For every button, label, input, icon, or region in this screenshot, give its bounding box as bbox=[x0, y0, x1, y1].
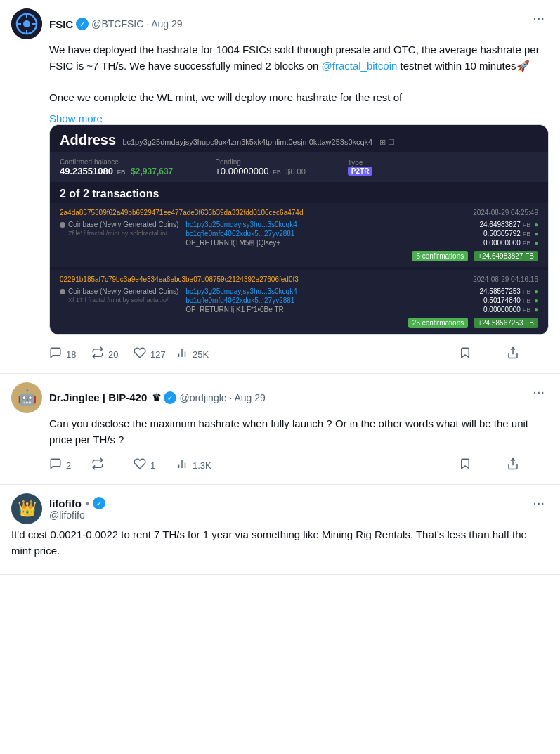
bc-tx2-out2: bc1qfle0mfq4062xduk5...27yv2881 0.501748… bbox=[185, 297, 538, 304]
bc-header: Address bc1py3g25dmdayjsy3hupc9ux4zm3k5x… bbox=[50, 125, 548, 152]
verified-icon: ✓ bbox=[93, 497, 105, 509]
reply-count: 18 bbox=[66, 349, 76, 360]
bc-tx1-confirmations: 5 confirmations bbox=[412, 251, 468, 261]
bc-tx2-from-label: Coinbase (Newly Generated Coins) bbox=[68, 287, 178, 295]
bc-address-label: Address bbox=[60, 132, 116, 148]
avatar bbox=[11, 8, 42, 39]
tweet-actions: 2 1 1.3K bbox=[49, 455, 549, 476]
tweet-header: 🤖 Dr.Jinglee | BIP-420 ♛ ✓ @ordjingle · … bbox=[11, 382, 549, 413]
bc-tx1-date: 2024-08-29 04:25:49 bbox=[473, 209, 538, 216]
retweet-icon bbox=[91, 457, 104, 473]
lifofifo-tweet: 👑 lifofifo ● ✓ @lifofifo ··· It'd cost 0… bbox=[0, 485, 560, 575]
svg-point-2 bbox=[23, 20, 30, 27]
bc-tx2-out1: bc1py3g25dmdayjsy3hu...3s0kcqk4 24.58567… bbox=[185, 287, 538, 295]
reply-icon bbox=[49, 457, 62, 473]
retweet-icon bbox=[91, 346, 104, 362]
like-button[interactable]: 127 bbox=[134, 344, 176, 365]
views-icon bbox=[176, 457, 188, 473]
share-button[interactable] bbox=[507, 344, 549, 365]
bc-confirmed-label: Confirmed balance bbox=[60, 158, 173, 166]
bc-address-icons: ⊞ ☐ bbox=[379, 138, 395, 147]
display-name: FSIC bbox=[49, 18, 73, 30]
tweet-body: We have deployed the hashrate for 1004 F… bbox=[49, 42, 549, 365]
like-count: 127 bbox=[150, 349, 166, 360]
retweet-button[interactable]: 20 bbox=[91, 344, 134, 365]
tweet-header: 👑 lifofifo ● ✓ @lifofifo ··· bbox=[11, 493, 549, 524]
retweet-button[interactable] bbox=[91, 455, 134, 476]
views-count: 25K bbox=[193, 349, 209, 360]
blockchain-card: Address bc1py3g25dmdayjsy3hupc9ux4zm3k5x… bbox=[49, 124, 549, 335]
bc-pending-label: Pending bbox=[215, 158, 306, 166]
views-count: 1.3K bbox=[193, 460, 211, 471]
avatar: 🤖 bbox=[11, 382, 42, 413]
tweet-text: It'd cost 0.0021-0.0022 to rent 7 TH/s f… bbox=[11, 527, 549, 559]
reply-count: 2 bbox=[66, 460, 71, 471]
tweet-text: Can you disclose the maximum hashrate wh… bbox=[49, 416, 549, 448]
user-info: FSIC ✓ @BTCFSIC · Aug 29 bbox=[49, 18, 183, 30]
bookmark-icon bbox=[459, 346, 471, 362]
like-button[interactable]: 1 bbox=[134, 455, 176, 476]
user-info: Dr.Jinglee | BIP-420 ♛ ✓ @ordjingle · Au… bbox=[49, 391, 266, 404]
drjinglee-tweet: 🤖 Dr.Jinglee | BIP-420 ♛ ✓ @ordjingle · … bbox=[0, 374, 560, 485]
bc-type-label: Type bbox=[348, 159, 373, 167]
bc-tx1-out2: bc1qfle0mfq4062xduk5...27yv2881 0.503057… bbox=[185, 230, 538, 238]
verified-icon: ✓ bbox=[76, 18, 89, 30]
bc-tx1-total: +24.64983827 FB bbox=[474, 251, 538, 261]
more-options-button[interactable]: ··· bbox=[528, 8, 549, 27]
tweet-text: We have deployed the hashrate for 1004 F… bbox=[49, 42, 549, 105]
username-date: @ordjingle · Aug 29 bbox=[179, 392, 265, 403]
tweet-body: Can you disclose the maximum hashrate wh… bbox=[49, 416, 549, 476]
avatar: 👑 bbox=[11, 493, 42, 524]
bc-type-badge: P2TR bbox=[348, 167, 373, 176]
bc-tx2-from-sub: Xf 17 f fractal /mint by solofractal.io/ bbox=[60, 297, 178, 304]
bc-confirmed-value: 49.23551080 FB $2,937,637 bbox=[60, 166, 173, 176]
tweet-body: It'd cost 0.0021-0.0022 to rent 7 TH/s f… bbox=[11, 527, 549, 559]
reply-button[interactable]: 2 bbox=[49, 455, 91, 476]
more-options-button[interactable]: ··· bbox=[528, 382, 549, 401]
show-more-link[interactable]: Show more bbox=[49, 112, 549, 124]
bc-tx1-out3: OP_RETURN l(TM5⊞ |Qlsey+ 0.00000000 FB ● bbox=[185, 239, 538, 247]
tweet-header: FSIC ✓ @BTCFSIC · Aug 29 ··· bbox=[11, 8, 549, 39]
bookmark-button[interactable] bbox=[459, 344, 501, 365]
lifofifo-username: @lifofifo bbox=[49, 509, 105, 521]
display-name: lifofifo bbox=[49, 498, 82, 509]
bc-tx2-confirmations: 25 confirmations bbox=[408, 318, 468, 328]
reply-icon bbox=[49, 346, 62, 362]
views-button[interactable]: 25K bbox=[176, 344, 218, 365]
bc-tx1-out1: bc1py3g25dmdayjsy3hu...3s0kcqk4 24.64983… bbox=[185, 221, 538, 228]
bc-tx1-id: 2a4da8575309f62a49bb6929471ee477ade3f636… bbox=[60, 209, 303, 216]
fsic-tweet: FSIC ✓ @BTCFSIC · Aug 29 ··· We have dep… bbox=[0, 0, 560, 374]
bc-pending-value: +0.00000000 FB $0.00 bbox=[215, 166, 306, 176]
bc-transactions-header: 2 of 2 transactions bbox=[50, 182, 548, 203]
dot-icon: ● bbox=[85, 498, 90, 508]
like-icon bbox=[134, 457, 146, 473]
bc-tx1-block: 2a4da8575309f62a49bb6929471ee477ade3f636… bbox=[50, 203, 548, 267]
bc-tx1-dot bbox=[60, 222, 65, 228]
bc-tx2-out3: OP_RETURN lj K1 F*1•0Be TR 0.00000000 FB… bbox=[185, 306, 538, 313]
bc-tx2-block: 02291b185af7c79bc3a9e4e334ea6ebc3be07d08… bbox=[50, 270, 548, 334]
bc-tx1-from-sub: Zf le' f fractal /mint by solofractal.io… bbox=[60, 230, 178, 237]
display-name: Dr.Jinglee | BIP-420 ♛ bbox=[49, 391, 161, 404]
reply-button[interactable]: 18 bbox=[49, 344, 91, 365]
tweet-actions: 18 20 127 25K bbox=[49, 344, 549, 365]
user-info: lifofifo ● ✓ @lifofifo bbox=[49, 497, 105, 521]
like-icon bbox=[134, 346, 146, 362]
more-options-button[interactable]: ··· bbox=[528, 493, 549, 512]
bc-tx2-dot bbox=[60, 289, 65, 294]
bc-balance-row: Confirmed balance 49.23551080 FB $2,937,… bbox=[50, 152, 548, 182]
share-icon bbox=[507, 346, 519, 362]
retweet-count: 20 bbox=[108, 349, 118, 360]
share-button[interactable] bbox=[507, 455, 549, 476]
bc-confirmed-usd: $2,937,637 bbox=[131, 167, 173, 176]
views-icon bbox=[176, 346, 188, 362]
views-button[interactable]: 1.3K bbox=[176, 455, 220, 476]
username-date: @BTCFSIC · Aug 29 bbox=[91, 18, 182, 30]
bookmark-button[interactable] bbox=[459, 455, 501, 476]
share-icon bbox=[507, 457, 519, 473]
like-count: 1 bbox=[150, 460, 155, 471]
mention-link[interactable]: @fractal_bitcoin bbox=[322, 60, 398, 72]
bc-tx2-total: +24.58567253 FB bbox=[474, 318, 538, 328]
bc-tx2-date: 2024-08-29 04:16:15 bbox=[473, 275, 538, 283]
bookmark-icon bbox=[459, 457, 471, 473]
bc-address-value: bc1py3g25dmdayjsy3hupc9ux4zm3k5xk4tpnlim… bbox=[122, 138, 372, 146]
